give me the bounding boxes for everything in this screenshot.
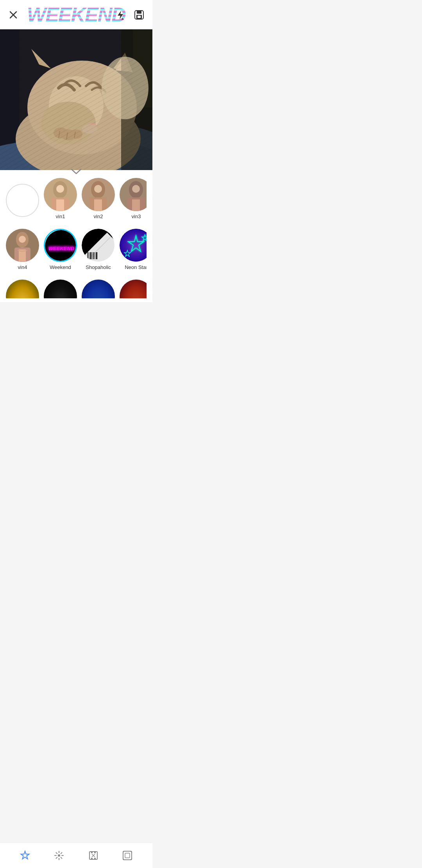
filter-thumb-neonstar [120,229,147,262]
svg-rect-40 [94,199,102,211]
svg-rect-60 [92,252,93,259]
svg-rect-5 [137,11,141,14]
filter-item-vin2[interactable]: vin2 [82,178,115,219]
svg-rect-59 [90,252,91,259]
filter-thumb-vin1 [44,178,77,211]
svg-point-39 [94,185,102,193]
filter-item-vin1[interactable]: vin1 [44,178,77,219]
filter-thumb-vin2 [82,178,115,211]
svg-point-34 [56,185,64,193]
flash-auto-button[interactable]: A [114,9,127,21]
app-title: WEEKEND [27,5,125,25]
svg-rect-63 [96,252,97,259]
filter-row-1: vin1 vin2 [6,178,147,221]
filter-label-weekend: Weekend [50,264,71,270]
filter-label-vin4: vin4 [18,264,27,270]
svg-rect-62 [95,252,95,259]
svg-rect-35 [56,199,64,211]
collapse-chevron[interactable] [70,168,82,177]
main-image-area [0,29,152,170]
svg-text:WEEKEND: WEEKEND [48,246,75,251]
svg-text:A: A [122,17,124,20]
svg-rect-57 [88,252,88,259]
filter-thumb-partial-3[interactable] [82,280,115,298]
save-button[interactable] [133,9,145,21]
filter-label-vin3: vin3 [132,213,141,219]
close-button[interactable] [7,9,20,21]
filter-thumb-partial-2[interactable] [44,280,77,298]
filter-item-weekend[interactable]: WEEKEND Weekend [44,229,77,270]
filter-thumb-partial-4[interactable] [120,280,147,298]
filter-item-none[interactable] [6,184,39,219]
filter-item-neonstar[interactable]: Neon Star [120,229,147,270]
svg-rect-7 [138,16,141,18]
header-actions: A [114,9,145,21]
filter-thumb-vin4 [6,229,39,262]
svg-point-50 [19,236,26,243]
filter-row-2: vin4 WEEKEND Weekend [6,229,147,272]
filter-thumb-weekend: WEEKEND [44,229,77,262]
filter-section: vin1 vin2 [0,170,152,302]
cat-overlay [0,29,152,170]
svg-rect-45 [132,199,140,211]
filter-row-3-partial [6,280,147,298]
filter-item-vin4[interactable]: vin4 [6,229,39,270]
filter-thumb-partial-1[interactable] [6,280,39,298]
filter-thumb-vin3 [120,178,147,211]
filter-thumb-shopaholic [82,229,115,262]
filter-item-shopaholic[interactable]: Shopaholic [82,229,115,270]
filter-label-vin2: vin2 [94,213,103,219]
filter-item-vin3[interactable]: vin3 [120,178,147,219]
filter-label-neonstar: Neon Star [125,264,147,270]
svg-rect-58 [89,252,89,259]
filter-label-shopaholic: Shopaholic [86,264,111,270]
app-header: WEEKEND A [0,0,152,29]
filter-thumb-none [6,184,39,217]
svg-point-44 [132,185,140,193]
svg-rect-61 [93,252,94,259]
filter-label-vin1: vin1 [56,213,65,219]
